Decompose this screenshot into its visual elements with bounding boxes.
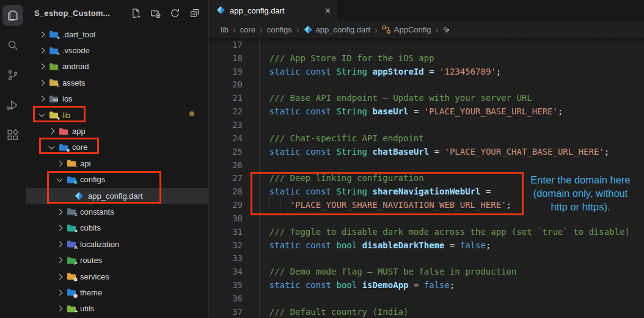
line-number: 26 bbox=[209, 160, 251, 170]
chevron-down-icon bbox=[56, 176, 62, 182]
vscode-window: S_eshop_Custom... ●.dart_tool×.vscode●an… bbox=[0, 0, 644, 318]
code-line-31[interactable]: 31 /// Toggle to disable dark mode acros… bbox=[209, 225, 644, 239]
tree-item-assets[interactable]: ≡assets bbox=[26, 75, 208, 91]
tree-item-ios[interactable]: iosios bbox=[26, 91, 208, 107]
folder-overlay-glyph: ∷ bbox=[67, 132, 70, 137]
collapse-all-icon[interactable] bbox=[189, 8, 200, 18]
code-line-37[interactable]: 37 /// Default country (India) bbox=[209, 305, 644, 318]
tree-item-theme[interactable]: ◉theme bbox=[26, 284, 208, 300]
tree-item-.vscode[interactable]: ×.vscode bbox=[26, 42, 208, 58]
folder-overlay-glyph: × bbox=[57, 51, 60, 56]
folder-overlay-glyph: ✲ bbox=[73, 180, 78, 185]
tree-item-label: cubits bbox=[80, 223, 101, 232]
tree-item-api[interactable]: +api bbox=[26, 155, 208, 171]
code-line-25[interactable]: 25 static const String chatBaseUrl = 'PL… bbox=[209, 145, 644, 158]
tree-item-label: .vscode bbox=[62, 46, 90, 55]
tree-item-.dart_tool[interactable]: ●.dart_tool bbox=[26, 26, 208, 42]
folder-icon: ● bbox=[49, 30, 59, 39]
activitybar-extensions[interactable] bbox=[0, 120, 26, 150]
tree-item-app_config.dart[interactable]: app_config.dart bbox=[26, 188, 208, 204]
activitybar-run-debug[interactable] bbox=[0, 90, 26, 120]
line-number: 36 bbox=[209, 294, 251, 303]
code-text: static const bool disableDarkTheme = fal… bbox=[259, 240, 491, 250]
code-line-29[interactable]: 29 'PLACE_YOUR_SHARE_NAVIGATION_WEB_URL_… bbox=[209, 198, 644, 212]
code-text: /// App Store ID for the iOS app bbox=[259, 53, 434, 63]
activitybar-source-control[interactable] bbox=[0, 60, 26, 90]
breadcrumb-separator: › bbox=[296, 25, 299, 35]
tree-item-label: android bbox=[62, 62, 89, 71]
class-icon bbox=[382, 25, 391, 34]
code-line-34[interactable]: 34 /// Demo mode flag – MUST be false in… bbox=[209, 265, 644, 278]
code-line-28[interactable]: 28 static const String shareNavigationWe… bbox=[209, 185, 644, 198]
folder-overlay-glyph: + bbox=[75, 309, 78, 314]
line-number: 24 bbox=[209, 133, 251, 143]
breadcrumb-item-configs[interactable]: configs bbox=[267, 25, 292, 34]
breadcrumb-label: app_config.dart bbox=[316, 25, 371, 34]
folder-icon: × bbox=[49, 46, 59, 55]
tree-item-app[interactable]: ∷app bbox=[26, 123, 208, 139]
refresh-icon[interactable] bbox=[170, 8, 180, 18]
code-line-23[interactable]: 23 bbox=[209, 118, 644, 131]
folder-icon: ∷ bbox=[59, 127, 68, 136]
chevron-right-icon bbox=[48, 128, 54, 135]
code-line-27[interactable]: 27 /// Deep linking configuration bbox=[209, 171, 644, 185]
breadcrumb-label: configs bbox=[267, 25, 292, 34]
chevron-right-icon bbox=[38, 96, 45, 102]
breadcrumb-item-lib[interactable]: lib bbox=[221, 25, 229, 34]
chevron-right-icon bbox=[56, 273, 62, 279]
folder-overlay-glyph: ios bbox=[53, 97, 58, 102]
chevron-down-icon bbox=[48, 143, 54, 149]
extensions-icon bbox=[6, 128, 20, 142]
breadcrumb-item-core[interactable]: core bbox=[240, 25, 255, 34]
code-line-36[interactable]: 36 bbox=[209, 292, 644, 305]
code-line-24[interactable]: 24 /// Chat-specific API endpoint bbox=[209, 131, 644, 145]
code-line-32[interactable]: 32 static const bool disableDarkTheme = … bbox=[209, 239, 644, 252]
code-text: /// Chat-specific API endpoint bbox=[259, 133, 424, 143]
breadcrumb-item-AppConfig[interactable]: AppConfig bbox=[382, 25, 431, 34]
new-file-icon[interactable] bbox=[131, 8, 141, 18]
code-editor[interactable]: 1718 /// App Store ID for the iOS app19 … bbox=[209, 38, 644, 318]
code-text: static const String shareNavigationWebUr… bbox=[259, 187, 491, 196]
dart-icon bbox=[304, 25, 313, 34]
breadcrumb-label: core bbox=[240, 25, 255, 34]
chevron-right-icon bbox=[56, 257, 62, 264]
new-folder-icon[interactable] bbox=[150, 8, 161, 18]
folder-icon: ≡ bbox=[49, 78, 59, 87]
activitybar-explorer[interactable] bbox=[0, 0, 26, 30]
code-line-30[interactable]: 30 bbox=[209, 212, 644, 225]
tree-item-routes[interactable]: ↗routes bbox=[26, 252, 208, 268]
tree-item-utils[interactable]: +utils bbox=[26, 301, 208, 317]
tree-item-configs[interactable]: ✲configs bbox=[26, 172, 208, 188]
folder-icon: ✲ bbox=[67, 175, 76, 184]
breadcrumb-item-field[interactable] bbox=[442, 26, 450, 34]
code-line-22[interactable]: 22 static const String baseUrl = 'PLACE_… bbox=[209, 105, 644, 118]
chevron-right-icon bbox=[56, 306, 62, 312]
line-number: 25 bbox=[209, 147, 251, 157]
activitybar-search[interactable] bbox=[0, 30, 26, 60]
tree-item-core[interactable]: ■core bbox=[26, 139, 208, 155]
code-text: /// Default country (India) bbox=[259, 307, 408, 317]
indent-guide bbox=[259, 38, 260, 318]
folder-overlay-glyph: ✲ bbox=[73, 278, 78, 283]
code-line-20[interactable]: 20 bbox=[209, 78, 644, 92]
tree-item-lib[interactable]: ●lib bbox=[26, 107, 208, 123]
code-text: 'PLACE_YOUR_SHARE_NAVIGATION_WEB_URL_HER… bbox=[259, 200, 511, 210]
close-icon[interactable]: × bbox=[325, 6, 331, 16]
folder-overlay-glyph: A bbox=[74, 245, 78, 250]
code-line-33[interactable]: 33 bbox=[209, 252, 644, 265]
tree-item-constants[interactable]: ≡constants bbox=[26, 204, 208, 220]
code-line-35[interactable]: 35 static const bool isDemoApp = false; bbox=[209, 278, 644, 292]
line-number: 31 bbox=[209, 227, 251, 237]
folder-overlay-glyph: ≡ bbox=[75, 213, 78, 218]
code-line-17[interactable]: 17 bbox=[209, 38, 644, 51]
tree-item-localization[interactable]: Alocalization bbox=[26, 236, 208, 252]
code-line-26[interactable]: 26 bbox=[209, 158, 644, 172]
code-line-18[interactable]: 18 /// App Store ID for the iOS app bbox=[209, 51, 644, 65]
tree-item-cubits[interactable]: ●cubits bbox=[26, 220, 208, 236]
breadcrumb-item-app_config.dart[interactable]: app_config.dart bbox=[304, 25, 371, 34]
tree-item-android[interactable]: ●android bbox=[26, 59, 208, 75]
code-line-21[interactable]: 21 /// Base API endpoint – Update with y… bbox=[209, 91, 644, 105]
tab-app-config-dart[interactable]: app_config.dart × bbox=[209, 0, 337, 21]
tree-item-services[interactable]: ✲services bbox=[26, 268, 208, 284]
code-line-19[interactable]: 19 static const String appStoreId = '123… bbox=[209, 65, 644, 78]
